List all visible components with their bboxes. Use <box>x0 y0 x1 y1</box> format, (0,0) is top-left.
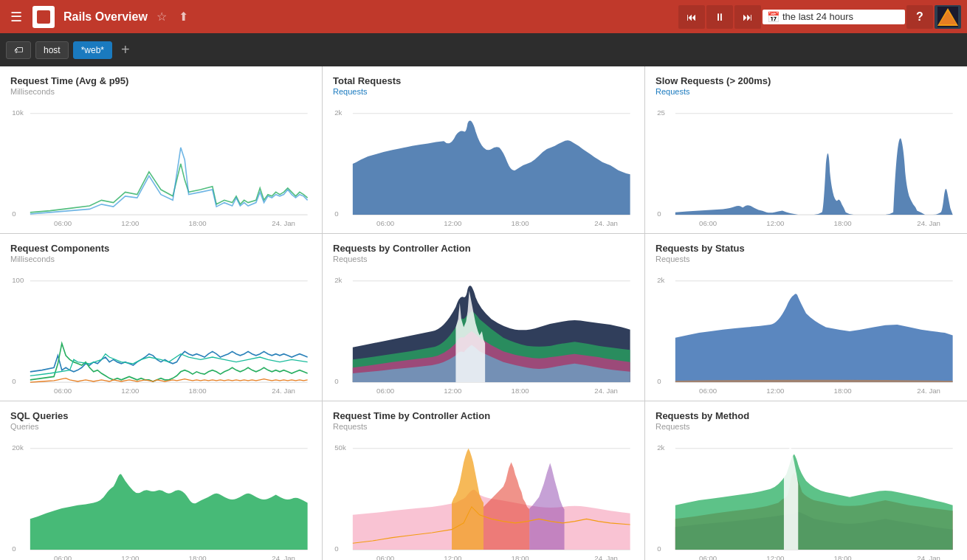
svg-text:18:00: 18:00 <box>834 219 853 227</box>
svg-text:18:00: 18:00 <box>834 554 853 560</box>
svg-text:06:00: 06:00 <box>376 387 395 395</box>
panel-requests-by-method-chart[interactable]: 2k 0 06:00 12:00 18:00 24. Jan <box>655 434 957 560</box>
panel-request-components: Request Components Milliseconds 100 0 06… <box>0 234 322 401</box>
user-avatar[interactable] <box>935 5 961 29</box>
filter-bar: 🏷 host *web* + <box>0 33 967 66</box>
hamburger-menu[interactable]: ☰ <box>6 6 27 28</box>
svg-text:0: 0 <box>657 545 661 553</box>
svg-text:12:00: 12:00 <box>444 219 462 227</box>
svg-text:2k: 2k <box>334 276 342 284</box>
page-title: Rails Overview <box>63 10 148 24</box>
svg-text:50k: 50k <box>334 443 346 451</box>
svg-text:24. Jan: 24. Jan <box>917 219 940 227</box>
panel-request-time-by-controller-title: Request Time by Controller Action <box>333 410 634 421</box>
filter-web[interactable]: *web* <box>73 41 112 59</box>
panel-request-components-title: Request Components <box>10 243 312 254</box>
panel-slow-requests-title: Slow Requests (> 200ms) <box>655 75 957 86</box>
help-button[interactable]: ? <box>906 5 933 29</box>
panel-requests-by-status-title: Requests by Status <box>655 243 957 254</box>
panel-sql-queries-chart[interactable]: 20k 0 06:00 12:00 18:00 24. Jan <box>10 434 312 560</box>
svg-text:06:00: 06:00 <box>699 219 717 227</box>
svg-text:24. Jan: 24. Jan <box>272 219 295 227</box>
panel-request-time-chart[interactable]: 10k 0 06:00 12:00 18:00 24. Jan <box>10 99 312 229</box>
filter-host-label: host <box>44 45 61 55</box>
svg-text:0: 0 <box>657 210 661 218</box>
svg-text:2k: 2k <box>657 276 664 284</box>
panel-requests-by-status-chart[interactable]: 2k 0 06:00 12:00 18:00 24. Jan <box>655 266 957 396</box>
svg-text:0: 0 <box>12 545 16 553</box>
svg-text:06:00: 06:00 <box>54 554 72 560</box>
panel-requests-by-method-title: Requests by Method <box>655 410 957 421</box>
panel-request-time-by-controller-subtitle: Requests <box>333 422 634 431</box>
svg-text:0: 0 <box>12 377 16 385</box>
time-controls: ⏮ ⏸ ⏭ 📅 ? <box>678 5 961 29</box>
filter-tag-icon-button[interactable]: 🏷 <box>6 41 31 59</box>
svg-text:12:00: 12:00 <box>766 387 785 395</box>
svg-text:0: 0 <box>12 210 16 218</box>
panel-requests-by-method: Requests by Method Requests 2k 0 06:00 1… <box>645 401 967 560</box>
svg-text:24. Jan: 24. Jan <box>594 554 618 560</box>
svg-text:2k: 2k <box>334 108 342 117</box>
svg-text:06:00: 06:00 <box>376 219 395 227</box>
panel-sql-queries-subtitle: Queries <box>10 422 312 431</box>
panel-total-requests-subtitle[interactable]: Requests <box>333 87 634 96</box>
panel-request-time-title: Request Time (Avg & p95) <box>10 75 312 86</box>
svg-text:18:00: 18:00 <box>189 387 207 395</box>
svg-text:10k: 10k <box>12 108 24 117</box>
forward-button[interactable]: ⏭ <box>734 5 761 29</box>
avatar-icon <box>937 7 958 27</box>
panel-slow-requests-subtitle[interactable]: Requests <box>655 87 957 96</box>
panel-request-time-subtitle: Milliseconds <box>10 87 312 96</box>
top-navigation: ☰ Rails Overview ☆ ⬆ ⏮ ⏸ ⏭ 📅 ? <box>0 0 967 33</box>
svg-text:18:00: 18:00 <box>512 219 530 227</box>
time-range-wrapper: 📅 <box>763 10 905 24</box>
panel-requests-by-status-subtitle: Requests <box>655 255 957 263</box>
panel-sql-queries: SQL Queries Queries 20k 0 06:00 12:00 18… <box>0 401 322 560</box>
svg-text:06:00: 06:00 <box>54 387 72 395</box>
favorite-icon[interactable]: ☆ <box>154 7 170 27</box>
svg-text:24. Jan: 24. Jan <box>272 387 295 395</box>
back-button[interactable]: ⏮ <box>678 5 705 29</box>
svg-text:12:00: 12:00 <box>121 554 140 560</box>
svg-text:0: 0 <box>657 377 661 385</box>
svg-text:0: 0 <box>334 210 339 218</box>
svg-text:06:00: 06:00 <box>699 554 717 560</box>
calendar-icon: 📅 <box>767 11 780 23</box>
app-logo <box>32 6 55 28</box>
panel-request-components-chart[interactable]: 100 0 06:00 12:00 18:00 24. Jan <box>10 266 312 396</box>
filter-web-label: *web* <box>81 45 104 55</box>
panel-slow-requests: Slow Requests (> 200ms) Requests 25 0 06… <box>645 66 967 233</box>
share-icon[interactable]: ⬆ <box>176 7 191 27</box>
svg-text:18:00: 18:00 <box>189 219 207 227</box>
svg-text:12:00: 12:00 <box>766 554 785 560</box>
dashboard-grid: Request Time (Avg & p95) Milliseconds 10… <box>0 66 967 560</box>
panel-total-requests-title: Total Requests <box>333 75 634 86</box>
panel-request-time-by-controller: Request Time by Controller Action Reques… <box>323 401 644 560</box>
svg-text:18:00: 18:00 <box>189 554 207 560</box>
panel-requests-by-controller-chart[interactable]: 2k 0 06:00 12:00 18:00 24. Jan <box>333 266 634 396</box>
svg-text:24. Jan: 24. Jan <box>917 554 940 560</box>
filter-tag-icon: 🏷 <box>14 45 23 55</box>
panel-sql-queries-title: SQL Queries <box>10 410 312 421</box>
panel-request-components-subtitle: Milliseconds <box>10 255 312 263</box>
filter-host[interactable]: host <box>35 41 69 59</box>
panel-request-time-by-controller-chart[interactable]: 50k 0 06:00 12:00 18:00 24. Jan <box>333 434 634 560</box>
pause-button[interactable]: ⏸ <box>706 5 733 29</box>
svg-text:12:00: 12:00 <box>121 219 140 227</box>
add-filter-button[interactable]: + <box>117 40 134 60</box>
svg-text:12:00: 12:00 <box>766 219 785 227</box>
panel-requests-by-controller-subtitle: Requests <box>333 255 634 263</box>
panel-slow-requests-chart[interactable]: 25 0 06:00 12:00 18:00 24. Jan <box>655 99 957 229</box>
svg-text:06:00: 06:00 <box>699 387 717 395</box>
panel-requests-by-method-subtitle: Requests <box>655 422 957 431</box>
panel-requests-by-status: Requests by Status Requests 2k 0 06:00 1… <box>645 234 967 401</box>
panel-requests-by-controller: Requests by Controller Action Requests 2… <box>323 234 644 401</box>
svg-text:25: 25 <box>657 108 665 117</box>
panel-requests-by-controller-title: Requests by Controller Action <box>333 243 634 254</box>
svg-text:06:00: 06:00 <box>54 219 72 227</box>
svg-text:24. Jan: 24. Jan <box>594 219 618 227</box>
panel-total-requests-chart[interactable]: 2k 0 06:00 12:00 18:00 24. Jan <box>333 99 634 229</box>
svg-text:0: 0 <box>334 545 339 553</box>
svg-text:0: 0 <box>334 377 339 385</box>
time-range-input[interactable] <box>782 11 901 22</box>
